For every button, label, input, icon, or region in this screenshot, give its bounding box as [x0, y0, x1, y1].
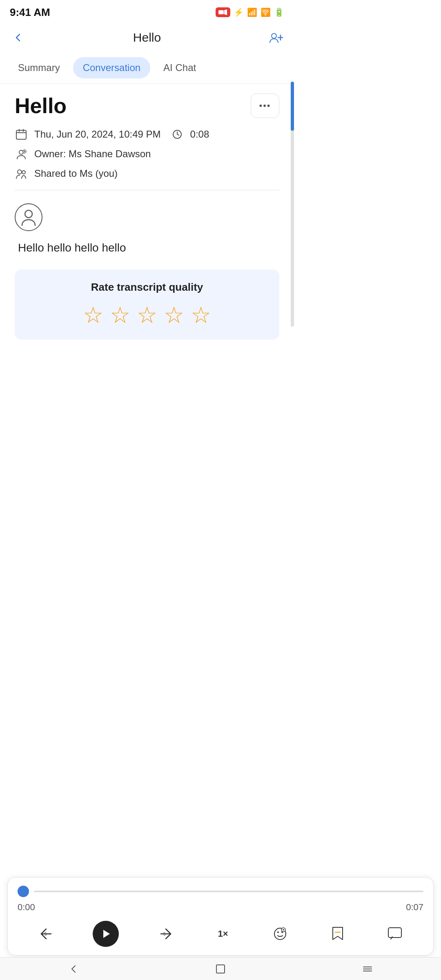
svg-point-16 — [25, 210, 32, 218]
svg-point-15 — [22, 171, 25, 174]
svg-marker-1 — [224, 9, 227, 15]
avatar — [15, 203, 42, 231]
meeting-title: Hello — [15, 94, 67, 118]
star-4[interactable]: ☆ — [164, 302, 184, 328]
tabs-container: Summary Conversation AI Chat — [0, 52, 294, 84]
bluetooth-icon: ⚡ — [234, 7, 244, 17]
owner-icon — [15, 147, 28, 160]
calendar-icon — [15, 128, 28, 141]
top-nav: Hello — [0, 23, 294, 52]
rate-title: Rate transcript quality — [23, 281, 271, 294]
battery-icon: 🔋 — [274, 7, 284, 17]
stars-row: ☆ ☆ ☆ ☆ ☆ — [23, 302, 271, 328]
tab-summary[interactable]: Summary — [8, 57, 70, 78]
scroll-indicator[interactable] — [291, 82, 294, 327]
divider — [15, 190, 279, 190]
scroll-thumb[interactable] — [291, 82, 294, 131]
star-5[interactable]: ☆ — [191, 302, 211, 328]
owner-row: Owner: Ms Shane Dawson — [15, 147, 279, 160]
message-text: Hello hello hello hello — [18, 239, 126, 256]
page-title: Hello — [133, 31, 161, 45]
star-3[interactable]: ☆ — [137, 302, 157, 328]
tab-ai-chat[interactable]: AI Chat — [154, 57, 206, 78]
add-user-button[interactable] — [268, 29, 284, 46]
date-row: Thu, Jun 20, 2024, 10:49 PM 0:08 — [15, 128, 279, 141]
meta-section: Thu, Jun 20, 2024, 10:49 PM 0:08 Owne — [15, 128, 279, 180]
signal-icon: 📶 — [247, 7, 257, 17]
status-icons: ⚡ 📶 🛜 🔋 — [216, 7, 284, 17]
message-section: Hello hello hello hello — [15, 203, 279, 256]
video-call-status-icon — [216, 7, 230, 17]
shared-to: Shared to Ms (you) — [34, 168, 118, 179]
meeting-owner: Owner: Ms Shane Dawson — [34, 148, 151, 160]
status-bar: 9:41 AM ⚡ 📶 🛜 🔋 — [0, 0, 294, 23]
more-options-button[interactable]: ••• — [251, 94, 279, 118]
meeting-date: Thu, Jun 20, 2024, 10:49 PM — [34, 129, 161, 140]
svg-point-14 — [18, 170, 22, 174]
section-header: Hello ••• — [15, 94, 279, 118]
rate-transcript-card: Rate transcript quality ☆ ☆ ☆ ☆ ☆ — [15, 270, 279, 340]
star-1[interactable]: ☆ — [83, 302, 103, 328]
main-content: Hello ••• Thu, Jun 20, 2024, 10:49 PM — [0, 84, 294, 363]
meeting-duration: 0:08 — [190, 129, 209, 140]
shared-row: Shared to Ms (you) — [15, 167, 279, 180]
clock-icon — [171, 128, 184, 141]
back-button[interactable] — [10, 29, 26, 46]
tab-conversation[interactable]: Conversation — [73, 57, 150, 78]
svg-point-2 — [272, 33, 276, 38]
wifi-icon: 🛜 — [261, 7, 271, 17]
status-time: 9:41 AM — [10, 6, 50, 19]
star-2[interactable]: ☆ — [110, 302, 130, 328]
svg-rect-0 — [218, 10, 224, 14]
shared-icon — [15, 167, 28, 180]
svg-rect-5 — [16, 130, 26, 139]
